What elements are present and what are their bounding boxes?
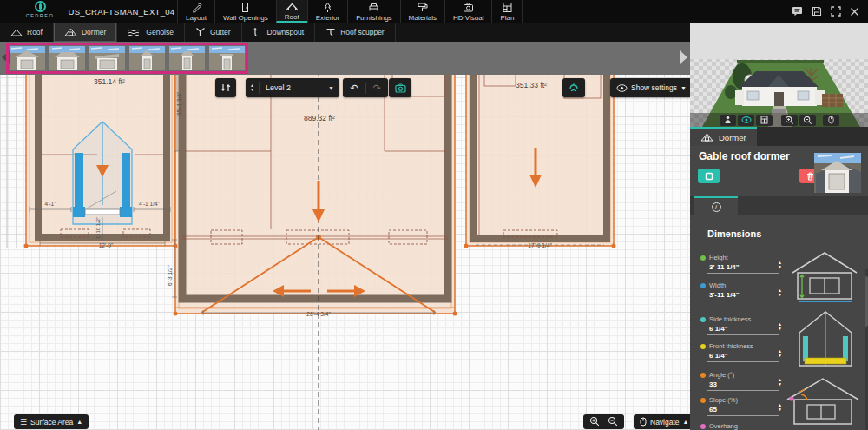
- thickness-diagram: [794, 309, 857, 372]
- panel-scrollbar[interactable]: [865, 269, 868, 430]
- redo-button[interactable]: ↷: [366, 83, 389, 94]
- slope-color-dot: [700, 398, 706, 403]
- field-label: Angle (°): [709, 371, 734, 379]
- ribbon-item-genoise[interactable]: Genoise: [117, 23, 185, 42]
- mouse-icon: [828, 116, 834, 124]
- dormer-thumbnail-narrow-hip[interactable]: [169, 46, 205, 70]
- field-label: Side thickness: [709, 315, 751, 323]
- right-roof-section[interactable]: [466, 75, 614, 246]
- tab-roof[interactable]: Roof: [276, 0, 307, 23]
- ribbon-label: Roof scupper: [340, 28, 385, 36]
- ribbon-item-downspout[interactable]: Downspout: [242, 23, 316, 42]
- snapshot-tool-button[interactable]: [389, 78, 411, 97]
- mouse-icon: [640, 417, 647, 427]
- zoom-out-button[interactable]: [608, 416, 618, 428]
- field-value[interactable]: 6 1/4": [709, 352, 780, 360]
- level-selector[interactable]: ▲▼ Level 2 ▼: [246, 78, 339, 97]
- surface-area-button[interactable]: ☰ Surface Area ▲: [14, 414, 89, 429]
- roof-tool-button[interactable]: [562, 78, 585, 97]
- tab-label: HD Visual: [453, 14, 483, 22]
- field-label: Overhang: [709, 422, 738, 430]
- zoom-in-button[interactable]: [589, 416, 600, 428]
- tab-label: Furnishings: [356, 14, 391, 22]
- undo-redo-group: ↶ ↷: [343, 78, 388, 97]
- preview-zoom-out-button[interactable]: [799, 115, 816, 126]
- front-thickness-stepper[interactable]: ▲▼: [778, 349, 782, 358]
- preview-zoom-in-button[interactable]: [781, 115, 798, 126]
- level-stepper[interactable]: ▲▼: [246, 82, 260, 94]
- tab-furnishings[interactable]: Furnishings: [347, 0, 399, 23]
- aerial-view-button[interactable]: [738, 115, 754, 126]
- 3d-preview[interactable]: [690, 23, 868, 127]
- field-value[interactable]: 65: [709, 406, 780, 413]
- tab-layout[interactable]: Layout: [177, 0, 214, 23]
- ribbon-item-dormer[interactable]: Dormer: [54, 23, 117, 42]
- ribbon-label: Genoise: [146, 28, 174, 36]
- walkthrough-button[interactable]: [720, 115, 736, 126]
- dormer-thumbnail-hip[interactable]: [49, 46, 85, 70]
- dormer-type-thumbnail[interactable]: [814, 153, 861, 193]
- field-value[interactable]: 3'-11 1/4": [709, 263, 780, 271]
- window-controls: [792, 0, 859, 23]
- field-slope: Slope (%) 65 ▲▼: [700, 396, 780, 416]
- tab-label: Materials: [409, 14, 437, 22]
- center-roof-section[interactable]: [175, 75, 455, 314]
- side-thickness-stepper[interactable]: ▲▼: [778, 322, 782, 331]
- tab-label: Exterior: [316, 14, 340, 22]
- tab-plan[interactable]: Plan: [491, 0, 523, 23]
- preview-navigate-button[interactable]: [823, 115, 839, 126]
- floor-plan[interactable]: 351.14 ft² 889.32 ft² 351.33 ft² 4'-1" 4…: [0, 75, 690, 430]
- undo-button[interactable]: ↶: [343, 83, 366, 94]
- dormer-thumbnail-flat[interactable]: [209, 46, 245, 70]
- cedreo-logo: CEDREO: [23, 1, 57, 18]
- replace-dormer-button[interactable]: [698, 169, 720, 183]
- tab-info[interactable]: i: [694, 196, 738, 215]
- width-stepper[interactable]: ▲▼: [778, 288, 782, 297]
- zoom-out-icon: [608, 416, 618, 427]
- field-value[interactable]: 3'-11 1/4": [709, 291, 780, 299]
- tab-label: Plan: [500, 14, 514, 22]
- field-height: Height 3'-11 1/4" ▲▼: [700, 254, 780, 274]
- show-settings-button[interactable]: Show settings ▼: [610, 78, 693, 97]
- paint-tool-teal-icon: [569, 83, 579, 93]
- tab-exterior[interactable]: Exterior: [307, 0, 348, 23]
- height-width-diagram: [791, 250, 860, 308]
- fullscreen-icon[interactable]: [831, 6, 841, 17]
- angle-stepper[interactable]: ▲▼: [778, 378, 782, 387]
- tab-materials[interactable]: Materials: [400, 0, 444, 23]
- height-stepper[interactable]: ▲▼: [778, 261, 782, 269]
- width-color-dot: [700, 283, 706, 288]
- swap-view-button[interactable]: [215, 78, 236, 97]
- tab-wall-openings[interactable]: Wall Openings: [214, 0, 276, 23]
- lower-floor-outline: [7, 75, 16, 248]
- tab-dormer-panel[interactable]: Dormer: [690, 127, 757, 146]
- person-icon: [724, 116, 732, 124]
- plan-view-button[interactable]: [756, 115, 773, 126]
- field-angle: Angle (°) 33 ▲▼: [700, 371, 780, 391]
- plan-canvas[interactable]: 351.14 ft² 889.32 ft² 351.33 ft² 4'-1" 4…: [0, 75, 690, 430]
- right-panel: Dormer Gable roof dormer i Dimensions: [690, 23, 868, 430]
- list-icon: ☰: [20, 418, 27, 427]
- ribbon-item-roof-scupper[interactable]: Roof scupper: [315, 23, 396, 42]
- slope-stepper[interactable]: ▲▼: [778, 403, 782, 412]
- eye-icon: [616, 84, 628, 92]
- dormer-thumbnail-gable[interactable]: [10, 46, 45, 70]
- ribbon-item-roof[interactable]: Roof: [0, 23, 54, 42]
- field-value[interactable]: 6 1/4": [709, 325, 780, 333]
- feedback-icon[interactable]: [792, 6, 803, 17]
- chevron-down-icon: ▼: [328, 85, 339, 91]
- field-value[interactable]: 33: [709, 380, 780, 388]
- door-icon: [240, 2, 251, 13]
- close-icon[interactable]: [850, 7, 859, 17]
- tab-hd-visual[interactable]: HD Visual: [444, 0, 491, 23]
- strip-scroll-right-icon[interactable]: [680, 50, 687, 64]
- dormer-thumbnail-narrow-gable[interactable]: [129, 46, 165, 70]
- tree-icon: [322, 2, 333, 13]
- camera-icon: [463, 2, 474, 13]
- save-icon[interactable]: [812, 6, 822, 17]
- dormer-thumbnail-shed[interactable]: [89, 46, 125, 70]
- ribbon-label: Downspout: [267, 28, 305, 36]
- ribbon-item-gutter[interactable]: Gutter: [185, 23, 242, 42]
- dormer-properties: Gable roof dormer i Dimensions Height 3'…: [690, 146, 868, 430]
- navigate-button[interactable]: Navigate ▲: [634, 414, 695, 429]
